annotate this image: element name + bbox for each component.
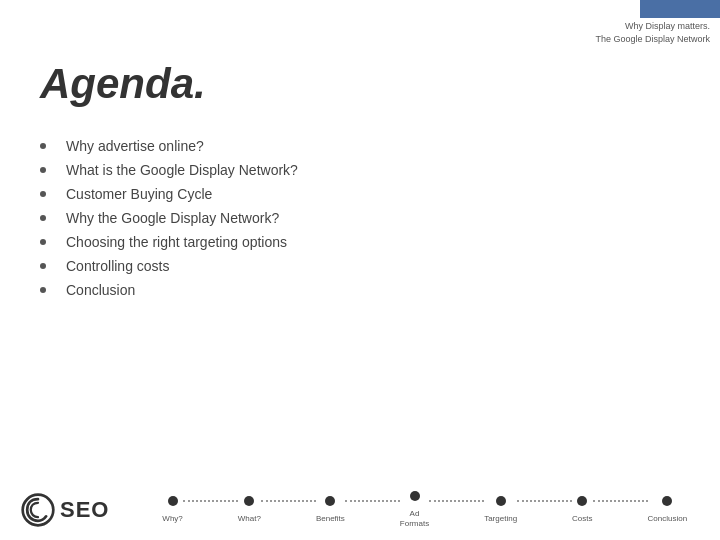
bullet-icon [40, 191, 46, 197]
nav-dot [410, 491, 420, 501]
nav-step-label: AdFormats [400, 509, 429, 528]
nav-connector [517, 500, 572, 502]
nav-step-label: Targeting [484, 514, 517, 524]
nav-connector [429, 500, 484, 502]
list-item: What is the Google Display Network? [40, 162, 700, 178]
nav-connector [261, 500, 316, 502]
nav-step: Targeting [484, 496, 572, 524]
nav-dot [325, 496, 335, 506]
logo-text: SEO [60, 497, 109, 523]
nav-dot [244, 496, 254, 506]
nav-step-label: Conclusion [648, 514, 688, 524]
agenda-item-text: Conclusion [66, 282, 135, 298]
top-right-subtitle: Why Display matters. The Google Display … [595, 20, 710, 45]
nav-connector [183, 500, 238, 502]
nav-dot [168, 496, 178, 506]
nav-step: Why? [162, 496, 237, 524]
nav-dot [662, 496, 672, 506]
agenda-item-text: Why the Google Display Network? [66, 210, 279, 226]
list-item: Choosing the right targeting options [40, 234, 700, 250]
nav-step: What? [238, 496, 316, 524]
agenda-item-text: Why advertise online? [66, 138, 204, 154]
agenda-item-text: Choosing the right targeting options [66, 234, 287, 250]
nav-connector [345, 500, 400, 502]
nav-step: Benefits [316, 496, 400, 524]
list-item: Controlling costs [40, 258, 700, 274]
bullet-icon [40, 287, 46, 293]
nav-dot [496, 496, 506, 506]
list-item: Customer Buying Cycle [40, 186, 700, 202]
list-item: Conclusion [40, 282, 700, 298]
list-item: Why advertise online? [40, 138, 700, 154]
logo-area: SEO [20, 492, 109, 528]
seo-logo-icon [20, 492, 56, 528]
nav-step-label: Why? [162, 514, 182, 524]
nav-step: Costs [572, 496, 647, 524]
agenda-item-text: What is the Google Display Network? [66, 162, 298, 178]
agenda-list: Why advertise online?What is the Google … [40, 138, 700, 298]
nav-step-label: What? [238, 514, 261, 524]
bullet-icon [40, 143, 46, 149]
subtitle-line2: The Google Display Network [595, 34, 710, 44]
bullet-icon [40, 263, 46, 269]
nav-step-label: Benefits [316, 514, 345, 524]
nav-dot [577, 496, 587, 506]
subtitle-line1: Why Display matters. [625, 21, 710, 31]
nav-step: Conclusion [648, 496, 688, 524]
list-item: Why the Google Display Network? [40, 210, 700, 226]
bullet-icon [40, 167, 46, 173]
bullet-icon [40, 239, 46, 245]
agenda-item-text: Controlling costs [66, 258, 170, 274]
nav-connector [593, 500, 648, 502]
bullet-icon [40, 215, 46, 221]
progress-nav: Why?What?BenefitsAdFormatsTargetingCosts… [149, 491, 700, 528]
agenda-item-text: Customer Buying Cycle [66, 186, 212, 202]
nav-step-label: Costs [572, 514, 592, 524]
top-accent-bar [640, 0, 720, 18]
page-title: Agenda. [40, 60, 700, 108]
nav-step: AdFormats [400, 491, 484, 528]
bottom-bar: SEO Why?What?BenefitsAdFormatsTargetingC… [0, 480, 720, 540]
main-content: Agenda. Why advertise online?What is the… [40, 60, 700, 480]
